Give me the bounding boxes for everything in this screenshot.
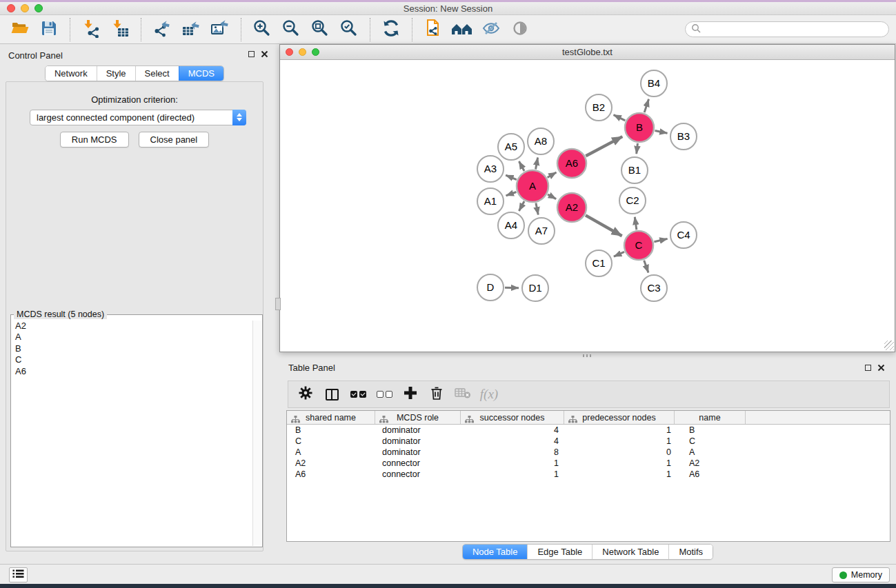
close-table-panel-icon[interactable] (877, 364, 885, 372)
delete-column-button[interactable] (426, 384, 447, 405)
edge-B-B4[interactable] (644, 99, 648, 112)
table-cell[interactable]: A6 (287, 469, 375, 480)
edge-B-B2[interactable] (614, 115, 626, 121)
node-B4[interactable]: B4 (641, 70, 667, 97)
table-cell[interactable]: 1 (461, 458, 564, 469)
save-session-button[interactable] (38, 18, 60, 41)
node-C2[interactable]: C2 (619, 187, 646, 214)
node-C3[interactable]: C3 (641, 275, 667, 301)
export-table-button[interactable] (180, 18, 202, 41)
table-tab-node-table[interactable]: Node Table (463, 545, 528, 559)
table-cell[interactable]: 4 (461, 425, 564, 436)
node-B1[interactable]: B1 (621, 157, 648, 183)
run-mcds-button[interactable]: Run MCDS (60, 132, 129, 148)
import-table-button[interactable] (109, 18, 131, 41)
zoom-out-button[interactable] (280, 18, 302, 41)
table-cell[interactable]: A2 (287, 458, 375, 469)
table-cell[interactable]: dominator (375, 447, 461, 458)
edge-A-A4[interactable] (519, 201, 524, 211)
node-A[interactable]: A (517, 170, 548, 202)
select-all-rows-button[interactable] (348, 384, 368, 405)
duplicate-network-button[interactable] (422, 18, 444, 41)
table-cell[interactable]: B (675, 425, 746, 436)
edge-C-C1[interactable] (614, 252, 624, 256)
edge-A-A7[interactable] (536, 203, 538, 215)
table-cell[interactable]: connector (375, 458, 461, 469)
node-D1[interactable]: D1 (522, 275, 548, 301)
export-network-button[interactable] (151, 18, 173, 41)
network-canvas[interactable]: B4B2BB3A8A5A6A3B1AC2A1A2A4A7C4CC1C3DD1 (280, 60, 895, 352)
mcds-result-item[interactable]: A2 (12, 321, 252, 332)
table-cell[interactable]: 0 (564, 447, 675, 458)
tab-mcds[interactable]: MCDS (179, 66, 223, 81)
table-tab-network-table[interactable]: Network Table (592, 545, 668, 559)
tab-select[interactable]: Select (135, 66, 179, 81)
table-cell[interactable]: B (287, 425, 375, 436)
network-window-titlebar[interactable]: testGlobe.txt (280, 45, 895, 60)
edge-C-C3[interactable] (644, 261, 648, 273)
table-cell[interactable]: A (675, 447, 746, 458)
column-header-predecessor-nodes[interactable]: predecessor nodes (564, 411, 675, 424)
edge-A2-C[interactable] (586, 215, 622, 236)
node-A5[interactable]: A5 (498, 134, 524, 160)
deselect-all-rows-button[interactable] (374, 384, 395, 405)
edge-A-A6[interactable] (548, 172, 557, 177)
memory-button[interactable]: Memory (832, 567, 890, 582)
column-header-name[interactable]: name (675, 411, 746, 424)
optimization-criterion-select[interactable]: largest connected component (directed) (30, 110, 246, 125)
table-cell[interactable]: 1 (564, 458, 675, 469)
close-panel-icon[interactable] (261, 50, 268, 58)
table-cell[interactable]: A2 (675, 458, 746, 469)
table-row[interactable]: Bdominator41B (287, 425, 890, 436)
show-panels-button[interactable] (509, 18, 531, 41)
edge-A6-B[interactable] (586, 136, 622, 156)
zoom-in-button[interactable] (251, 18, 273, 41)
close-panel-button[interactable]: Close panel (139, 132, 210, 148)
mcds-result-scrollbar[interactable] (252, 321, 261, 546)
table-settings-button[interactable] (295, 384, 316, 405)
search-input[interactable] (704, 25, 883, 34)
table-cell[interactable]: connector (375, 469, 461, 480)
mcds-result-item[interactable]: C (12, 354, 252, 365)
table-tab-edge-table[interactable]: Edge Table (527, 545, 592, 559)
node-C1[interactable]: C1 (586, 250, 612, 276)
table-cell[interactable]: A6 (675, 469, 746, 480)
splitter-handle-left[interactable] (275, 298, 281, 310)
splitter-handle-bottom[interactable] (583, 354, 591, 357)
tab-network[interactable]: Network (46, 66, 97, 81)
table-row[interactable]: Cdominator41C (287, 436, 890, 447)
node-B[interactable]: B (625, 113, 654, 142)
float-panel-icon[interactable] (248, 51, 255, 57)
table-row[interactable]: A6connector11A6 (287, 469, 890, 480)
table-tab-motifs[interactable]: Motifs (668, 545, 713, 559)
node-A2[interactable]: A2 (557, 193, 586, 222)
node-A1[interactable]: A1 (477, 188, 504, 214)
node-C4[interactable]: C4 (670, 222, 697, 248)
node-D[interactable]: D (477, 274, 504, 301)
table-cell[interactable]: 1 (461, 469, 564, 480)
node-C[interactable]: C (624, 231, 653, 260)
home-button[interactable] (451, 18, 473, 41)
zoom-selected-button[interactable] (338, 18, 360, 41)
table-cell[interactable]: dominator (375, 436, 461, 447)
node-A6[interactable]: A6 (557, 149, 586, 178)
mcds-result-item[interactable]: B (12, 343, 252, 354)
table-cell[interactable]: 1 (564, 469, 675, 480)
table-cell[interactable]: C (675, 436, 746, 447)
hide-panels-button[interactable] (480, 18, 502, 41)
node-A7[interactable]: A7 (528, 218, 555, 244)
table-row[interactable]: A2connector11A2 (287, 458, 890, 469)
edge-A-A3[interactable] (506, 175, 517, 179)
show-columns-button[interactable] (321, 384, 342, 405)
tab-style[interactable]: Style (97, 66, 135, 81)
table-cell[interactable]: 4 (461, 436, 564, 447)
edge-B-B3[interactable] (655, 131, 668, 134)
edge-A-A8[interactable] (536, 158, 538, 170)
edge-B-B1[interactable] (637, 143, 638, 154)
edge-A-A1[interactable] (506, 192, 517, 195)
node-A8[interactable]: A8 (528, 128, 554, 154)
edge-C-C2[interactable] (635, 217, 637, 230)
table-cell[interactable]: A (287, 447, 375, 458)
apply-function-button[interactable]: f(x) (479, 384, 499, 405)
column-header-shared-name[interactable]: shared name (287, 411, 375, 424)
